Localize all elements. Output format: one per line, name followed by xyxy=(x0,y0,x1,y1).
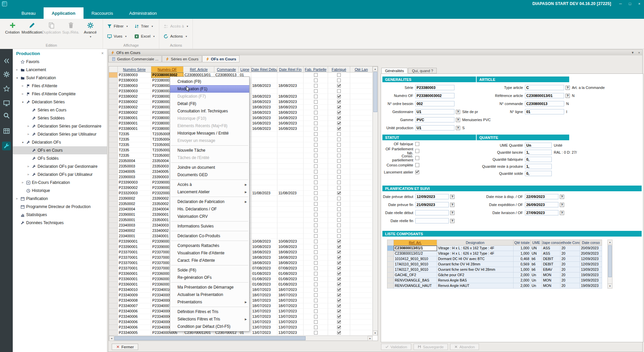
help-button[interactable]: ? xyxy=(450,219,454,223)
production-module-button[interactable] xyxy=(2,142,11,150)
trier-button[interactable]: Trier▼ xyxy=(133,22,156,30)
help-button[interactable]: ? xyxy=(560,195,564,199)
context-menu-item-ma-presentation-de-demarrage[interactable]: Ma Présentation de Démarrage xyxy=(170,284,249,291)
field-serie-input[interactable]: P23380003 xyxy=(415,85,454,90)
row-selector[interactable] xyxy=(109,319,118,325)
row-selector[interactable] xyxy=(109,180,118,185)
row-selector[interactable] xyxy=(109,217,118,223)
fabrique-checkbox[interactable] xyxy=(337,223,341,227)
fab-partielle-checkbox[interactable] xyxy=(314,315,318,318)
fermer-button[interactable]: Fermer xyxy=(112,344,138,350)
field-date-expedition-of-input[interactable]: 26/09/2023 xyxy=(525,202,558,207)
field-type-article-input[interactable]: C xyxy=(525,85,564,90)
tree-collapsed-arrow[interactable]: ▶ xyxy=(20,93,25,95)
close-button[interactable]: × xyxy=(635,0,644,7)
scroll-up-icon[interactable]: ▲ xyxy=(607,240,612,245)
fabrique-checkbox[interactable] xyxy=(337,111,341,114)
sidebar-item-suivi-fabrication[interactable]: ▼Suivi Fabrication xyxy=(13,74,107,82)
row-selector[interactable] xyxy=(109,244,118,250)
fab-partielle-checkbox[interactable] xyxy=(314,79,318,82)
row-selector[interactable] xyxy=(109,153,118,158)
window-close-icon[interactable]: × xyxy=(638,51,640,54)
column-header-ref-article[interactable]: Réf. Article xyxy=(183,66,214,72)
sidebar-item-ofs-en-cours[interactable]: OFs en Cours xyxy=(13,146,107,154)
row-selector[interactable] xyxy=(109,271,118,276)
fab-partielle-checkbox[interactable] xyxy=(314,320,318,324)
context-menu-item-definition-filtres-et-tris[interactable]: Définition Filtres et Tris xyxy=(170,308,249,315)
composant-row-selector[interactable] xyxy=(387,283,394,289)
context-menu-item-solde-f6[interactable]: Solde (F6) xyxy=(170,266,249,274)
fab-partielle-checkbox[interactable] xyxy=(314,245,318,249)
sidebar-item-declaration-series[interactable]: ▼Déclaration Séries xyxy=(13,98,107,106)
fab-partielle-checkbox[interactable] xyxy=(314,283,318,286)
menu-tab-administration[interactable]: Administration xyxy=(121,7,165,19)
fab-partielle-checkbox[interactable] xyxy=(314,84,318,88)
composants-column-date-conso[interactable]: Date conso xyxy=(580,240,602,246)
sidebar-item-files-d-attente[interactable]: ▶Files d'Attente xyxy=(13,82,107,90)
fabrique-checkbox[interactable] xyxy=(337,79,341,82)
row-selector[interactable] xyxy=(109,282,118,287)
fabrique-checkbox[interactable] xyxy=(337,234,341,238)
field-date-prevue-debut-input[interactable]: 12/09/2023 xyxy=(415,194,449,199)
menu-tab-application[interactable]: Application xyxy=(44,7,84,19)
row-selector[interactable] xyxy=(109,314,118,319)
maximize-button[interactable]: □ xyxy=(625,0,635,7)
fab-partielle-checkbox[interactable] xyxy=(314,277,318,281)
fab-partielle-checkbox[interactable] xyxy=(314,181,318,184)
settings-module-button[interactable] xyxy=(2,70,11,79)
conso-partiellement-checkbox[interactable] xyxy=(415,156,419,160)
help-button[interactable]: ? xyxy=(450,195,454,199)
fab-partielle-checkbox[interactable] xyxy=(314,288,318,292)
fab-partielle-checkbox[interactable] xyxy=(314,175,318,179)
composants-column-etape-conso[interactable]: Etape conso. xyxy=(542,240,560,246)
composant-row-selector[interactable] xyxy=(387,267,394,272)
modification-button[interactable]: Modification xyxy=(22,20,42,43)
fab-partielle-checkbox[interactable] xyxy=(314,218,318,222)
column-header-commande[interactable]: Commande xyxy=(214,66,239,72)
fabrique-checkbox[interactable] xyxy=(337,261,341,265)
sidebar-item-programme-directeur-de-production[interactable]: Programme Directeur de Production xyxy=(13,203,107,211)
column-header-ligne[interactable]: Ligne xyxy=(239,66,251,72)
tree-expanded-arrow[interactable]: ▼ xyxy=(15,77,19,79)
fabrique-checkbox[interactable] xyxy=(337,127,341,131)
fab-partielle-checkbox[interactable] xyxy=(314,159,318,163)
fabrique-checkbox[interactable] xyxy=(337,325,341,329)
sidebar-item-planification[interactable]: ▶Planification xyxy=(13,195,107,203)
fabrique-checkbox[interactable] xyxy=(337,229,341,233)
fabrique-checkbox[interactable] xyxy=(337,84,341,88)
context-menu-item-actualiser-la-presentation[interactable]: Actualiser la Présentation xyxy=(170,291,249,298)
row-selector[interactable] xyxy=(109,287,118,293)
creation-button[interactable]: Création xyxy=(3,20,22,43)
fab-partielle-checkbox[interactable] xyxy=(314,186,318,190)
sidebar-item-declaration-ofs[interactable]: ▼Déclaration OFs xyxy=(13,138,107,146)
fab-partielle-checkbox[interactable] xyxy=(314,89,318,93)
actions-button[interactable]: Actions▼ xyxy=(162,32,190,40)
fab-partielle-checkbox[interactable] xyxy=(314,234,318,238)
field-ume-quantite-input[interactable]: Un xyxy=(525,143,552,148)
fabrique-checkbox[interactable] xyxy=(337,202,341,206)
fab-partielle-checkbox[interactable] xyxy=(314,261,318,265)
fab-partielle-checkbox[interactable] xyxy=(314,223,318,227)
tab-gestion-commerciale[interactable]: Gestion Commerciale ... xyxy=(108,55,162,62)
fabrique-checkbox[interactable] xyxy=(337,315,341,318)
row-selector[interactable] xyxy=(109,148,118,153)
column-header-fab-partielle[interactable]: Fab. Partielle xyxy=(304,66,328,72)
composants-column-ume[interactable]: UME xyxy=(531,240,542,246)
composant-row-selector[interactable] xyxy=(387,272,394,278)
composant-row[interactable]: C230800013/01/2Vitrage : H x L : 626 x 1… xyxy=(387,251,607,256)
tree-collapsed-arrow[interactable]: ▶ xyxy=(26,125,31,128)
row-selector[interactable] xyxy=(109,94,118,99)
context-menu-item-declaration-co-produits[interactable]: Déclaration Co-Produits xyxy=(170,232,249,240)
row-selector[interactable] xyxy=(109,126,118,132)
column-header-fabrique[interactable]: Fabriqué xyxy=(328,66,350,72)
fabrique-checkbox[interactable] xyxy=(337,100,341,104)
context-menu-item-detail-f8[interactable]: Détail (F8) xyxy=(170,100,249,107)
fabrique-checkbox[interactable] xyxy=(337,116,341,120)
sidebar-item-declaration-series-par-utilisateur[interactable]: ▶Déclaration Séries par Utilisateur xyxy=(13,130,107,138)
composants-column-qte-totale[interactable]: Qté totale xyxy=(514,240,531,246)
composants-scroll-thumb[interactable] xyxy=(608,245,612,277)
row-selector[interactable] xyxy=(109,72,118,78)
tree-collapsed-arrow[interactable]: ▶ xyxy=(26,173,31,176)
menu-tab-bureau[interactable]: Bureau xyxy=(13,7,44,19)
field-date-reelle-fin-input[interactable] xyxy=(415,218,449,223)
